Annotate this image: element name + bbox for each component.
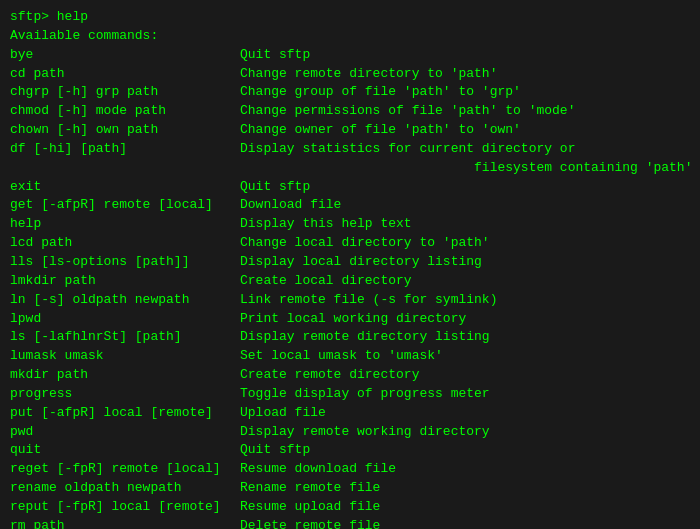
description-cell: Create remote directory bbox=[240, 366, 690, 385]
table-row: helpDisplay this help text bbox=[10, 215, 690, 234]
table-row: chmod [-h] mode pathChange permissions o… bbox=[10, 102, 690, 121]
description-cell: Display remote working directory bbox=[240, 423, 690, 442]
description-cell: Link remote file (-s for symlink) bbox=[240, 291, 690, 310]
description-cell: Rename remote file bbox=[240, 479, 690, 498]
command-cell: put [-afpR] local [remote] bbox=[10, 404, 240, 423]
table-row: mkdir pathCreate remote directory bbox=[10, 366, 690, 385]
command-cell: exit bbox=[10, 178, 240, 197]
command-cell: ln [-s] oldpath newpath bbox=[10, 291, 240, 310]
command-cell: chown [-h] own path bbox=[10, 121, 240, 140]
table-row: ls [-lafhlnrSt] [path]Display remote dir… bbox=[10, 328, 690, 347]
command-cell: rm path bbox=[10, 517, 240, 529]
description-cell: Quit sftp bbox=[240, 46, 690, 65]
command-cell: bye bbox=[10, 46, 240, 65]
description-cell: Display local directory listing bbox=[240, 253, 690, 272]
description-cell: Quit sftp bbox=[240, 178, 690, 197]
description-cell: Upload file bbox=[240, 404, 690, 423]
command-cell: chmod [-h] mode path bbox=[10, 102, 240, 121]
command-cell: lumask umask bbox=[10, 347, 240, 366]
description-cell: Change permissions of file 'path' to 'mo… bbox=[240, 102, 690, 121]
table-row: cd pathChange remote directory to 'path' bbox=[10, 65, 690, 84]
table-row: reget [-fpR] remote [local]Resume downlo… bbox=[10, 460, 690, 479]
command-cell: pwd bbox=[10, 423, 240, 442]
header: Available commands: bbox=[10, 27, 690, 46]
commands-list: byeQuit sftpcd pathChange remote directo… bbox=[10, 46, 690, 529]
description-cell: Toggle display of progress meter bbox=[240, 385, 690, 404]
description-cell: Change remote directory to 'path' bbox=[240, 65, 690, 84]
command-cell: rename oldpath newpath bbox=[10, 479, 240, 498]
command-cell: lpwd bbox=[10, 310, 240, 329]
command-cell: df [-hi] [path] bbox=[10, 140, 240, 178]
description-cell: Change owner of file 'path' to 'own' bbox=[240, 121, 690, 140]
table-row: pwdDisplay remote working directory bbox=[10, 423, 690, 442]
command-cell: lls [ls-options [path]] bbox=[10, 253, 240, 272]
table-row: rm pathDelete remote file bbox=[10, 517, 690, 529]
description-cell: Download file bbox=[240, 196, 690, 215]
description-cell: Display statistics for current directory… bbox=[240, 140, 692, 178]
description-cell: Create local directory bbox=[240, 272, 690, 291]
command-cell: get [-afpR] remote [local] bbox=[10, 196, 240, 215]
command-cell: chgrp [-h] grp path bbox=[10, 83, 240, 102]
description-cell: Display remote directory listing bbox=[240, 328, 690, 347]
table-row: progressToggle display of progress meter bbox=[10, 385, 690, 404]
table-row: quitQuit sftp bbox=[10, 441, 690, 460]
description-cell: Print local working directory bbox=[240, 310, 690, 329]
table-row: lls [ls-options [path]]Display local dir… bbox=[10, 253, 690, 272]
table-row: ln [-s] oldpath newpathLink remote file … bbox=[10, 291, 690, 310]
description-cell: Resume download file bbox=[240, 460, 690, 479]
initial-prompt: sftp> help bbox=[10, 8, 690, 27]
command-cell: lcd path bbox=[10, 234, 240, 253]
table-row: exitQuit sftp bbox=[10, 178, 690, 197]
command-cell: lmkdir path bbox=[10, 272, 240, 291]
table-row: lumask umaskSet local umask to 'umask' bbox=[10, 347, 690, 366]
table-row: lpwdPrint local working directory bbox=[10, 310, 690, 329]
description-cell: Quit sftp bbox=[240, 441, 690, 460]
command-cell: reget [-fpR] remote [local] bbox=[10, 460, 240, 479]
description-cell: Change group of file 'path' to 'grp' bbox=[240, 83, 690, 102]
terminal: sftp> help Available commands: byeQuit s… bbox=[10, 8, 690, 529]
table-row: get [-afpR] remote [local]Download file bbox=[10, 196, 690, 215]
description-cell: Delete remote file bbox=[240, 517, 690, 529]
table-row: lmkdir pathCreate local directory bbox=[10, 272, 690, 291]
table-row: chgrp [-h] grp pathChange group of file … bbox=[10, 83, 690, 102]
table-row: reput [-fpR] local [remote]Resume upload… bbox=[10, 498, 690, 517]
command-cell: mkdir path bbox=[10, 366, 240, 385]
table-row: chown [-h] own pathChange owner of file … bbox=[10, 121, 690, 140]
command-cell: help bbox=[10, 215, 240, 234]
command-cell: ls [-lafhlnrSt] [path] bbox=[10, 328, 240, 347]
table-row: put [-afpR] local [remote]Upload file bbox=[10, 404, 690, 423]
table-row: lcd pathChange local directory to 'path' bbox=[10, 234, 690, 253]
command-cell: quit bbox=[10, 441, 240, 460]
description-cell: Set local umask to 'umask' bbox=[240, 347, 690, 366]
table-row: rename oldpath newpathRename remote file bbox=[10, 479, 690, 498]
table-row: byeQuit sftp bbox=[10, 46, 690, 65]
description-cell: Display this help text bbox=[240, 215, 690, 234]
command-cell: progress bbox=[10, 385, 240, 404]
table-row: df [-hi] [path]Display statistics for cu… bbox=[10, 140, 690, 178]
description-cell: Change local directory to 'path' bbox=[240, 234, 690, 253]
command-cell: reput [-fpR] local [remote] bbox=[10, 498, 240, 517]
command-cell: cd path bbox=[10, 65, 240, 84]
description-cell: Resume upload file bbox=[240, 498, 690, 517]
